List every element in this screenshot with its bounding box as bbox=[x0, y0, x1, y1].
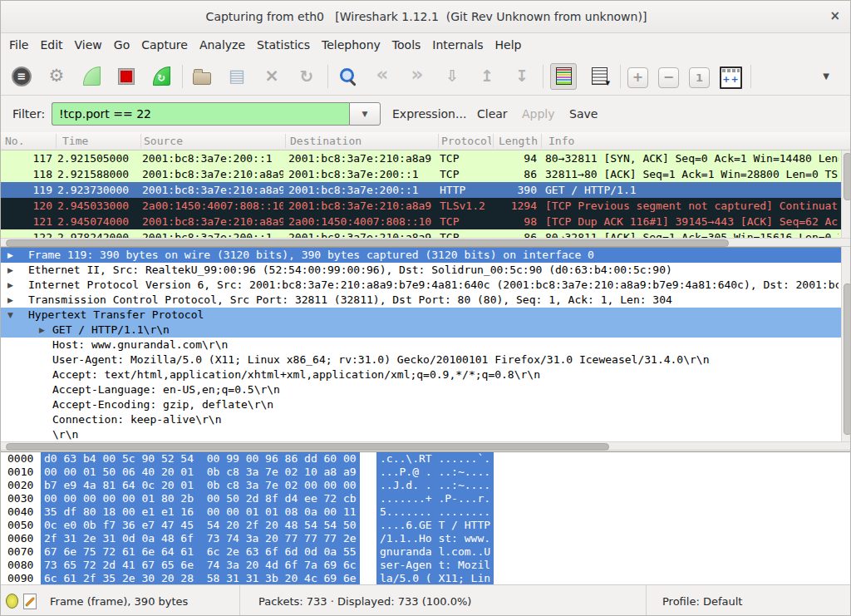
detail-row-0[interactable]: ▶Frame 119: 390 bytes on wire (3120 bits… bbox=[1, 248, 841, 263]
capture-options-icon[interactable]: ⚙ bbox=[44, 64, 69, 89]
open-capture-icon[interactable] bbox=[189, 64, 214, 89]
column-header-time[interactable]: Time bbox=[62, 132, 137, 150]
column-divider[interactable] bbox=[140, 134, 141, 148]
column-header-info[interactable]: Info bbox=[548, 132, 839, 150]
reload-icon[interactable]: ↻ bbox=[294, 64, 319, 89]
column-divider[interactable] bbox=[285, 134, 286, 148]
close-capture-icon[interactable]: × bbox=[259, 64, 284, 89]
packet-list-vscrollbar[interactable] bbox=[841, 150, 851, 238]
save-button[interactable]: Save bbox=[569, 96, 598, 132]
detail-row-12[interactable]: \r\n bbox=[1, 427, 841, 441]
clear-button[interactable]: Clear bbox=[477, 96, 508, 132]
menu-item-telephony[interactable]: Telephony bbox=[316, 38, 386, 52]
detail-row-7[interactable]: User-Agent: Mozilla/5.0 (X11; Linux x86_… bbox=[1, 352, 841, 367]
column-header-source[interactable]: Source bbox=[144, 132, 282, 150]
hex-row-0050[interactable]: 00500c e0 0b f7 36 e7 47 45 54 20 2f 20 … bbox=[1, 519, 851, 532]
triangle-right-icon[interactable]: ▶ bbox=[7, 278, 13, 293]
toolbar-overflow-icon[interactable]: ▼ bbox=[814, 64, 839, 89]
hex-row-0080[interactable]: 008073 65 72 2d 41 67 65 6e 74 3a 20 4d … bbox=[1, 559, 851, 572]
hex-row-0090[interactable]: 00906c 61 2f 35 2e 30 20 28 58 31 31 3b … bbox=[1, 572, 851, 584]
zoom-in-icon[interactable]: + bbox=[627, 67, 648, 88]
packet-row-119[interactable]: 1192.9237300002001:bc8:3a7e:210:a8a92001… bbox=[1, 182, 841, 198]
detail-row-10[interactable]: Accept-Encoding: gzip, deflate\r\n bbox=[1, 397, 841, 412]
column-header-no[interactable]: No. bbox=[5, 132, 52, 150]
hscroll-thumb[interactable] bbox=[6, 443, 609, 451]
hex-row-0020[interactable]: 0020b7 e9 4a 81 64 0c 20 01 0b c8 3a 7e … bbox=[1, 479, 851, 492]
packet-list-hscrollbar[interactable] bbox=[1, 238, 851, 247]
capture-start-icon[interactable] bbox=[79, 64, 104, 89]
menu-item-file[interactable]: File bbox=[3, 38, 34, 52]
detail-row-4[interactable]: ▼Hypertext Transfer Protocol bbox=[1, 308, 841, 323]
column-divider[interactable] bbox=[493, 134, 494, 148]
detail-text: Frame 119: 390 bytes on wire (3120 bits)… bbox=[28, 248, 839, 263]
window-close-icon[interactable]: × bbox=[829, 8, 840, 23]
hex-row-0060[interactable]: 00602f 31 2e 31 0d 0a 48 6f 73 74 3a 20 … bbox=[1, 532, 851, 545]
zoom-out-icon[interactable]: − bbox=[658, 67, 679, 88]
triangle-down-icon[interactable]: ▼ bbox=[7, 308, 13, 323]
column-header-length[interactable]: Length bbox=[499, 132, 538, 150]
detail-row-2[interactable]: ▶Internet Protocol Version 6, Src: 2001:… bbox=[1, 278, 841, 293]
filter-dropdown-button[interactable]: ▼ bbox=[349, 102, 381, 126]
packet-row-122[interactable]: 1222.9782420002001:bc8:3a7e:200::12001:b… bbox=[1, 229, 841, 238]
colorize-icon[interactable] bbox=[550, 63, 577, 90]
details-vscrollbar[interactable] bbox=[841, 247, 851, 441]
triangle-right-icon[interactable]: ▶ bbox=[7, 248, 13, 263]
detail-row-5[interactable]: ▶GET / HTTP/1.1\r\n bbox=[1, 323, 841, 338]
packet-row-121[interactable]: 1212.9450740002001:bc8:3a7e:210:a8a92a00… bbox=[1, 214, 841, 229]
column-divider[interactable] bbox=[438, 134, 439, 148]
filter-input[interactable] bbox=[52, 102, 349, 126]
menu-item-edit[interactable]: Edit bbox=[34, 38, 68, 52]
column-divider[interactable] bbox=[56, 134, 57, 148]
vscroll-thumb[interactable] bbox=[844, 283, 851, 435]
resize-columns-icon[interactable]: ++ bbox=[720, 67, 742, 89]
details-hscrollbar[interactable] bbox=[1, 441, 851, 451]
cell-destination: 2001:bc8:3a7e:200::1 bbox=[288, 182, 435, 198]
hex-row-0010[interactable]: 001000 00 01 50 06 40 20 01 0b c8 3a 7e … bbox=[1, 466, 851, 479]
detail-row-8[interactable]: Accept: text/html,application/xhtml+xml,… bbox=[1, 367, 841, 382]
packet-row-118[interactable]: 1182.9215880002001:bc8:3a7e:210:a8a92001… bbox=[1, 166, 841, 182]
menu-item-statistics[interactable]: Statistics bbox=[251, 38, 316, 52]
menu-item-tools[interactable]: Tools bbox=[386, 38, 427, 52]
menu-item-internals[interactable]: Internals bbox=[426, 38, 489, 52]
status-profile-text[interactable]: Profile: Default bbox=[662, 595, 742, 608]
triangle-right-icon[interactable]: ▶ bbox=[7, 263, 13, 278]
go-forward-icon[interactable]: » bbox=[405, 64, 430, 89]
capture-stop-icon[interactable] bbox=[114, 64, 139, 89]
menu-item-view[interactable]: View bbox=[69, 38, 108, 52]
vscroll-thumb[interactable] bbox=[844, 153, 851, 200]
hex-row-0000[interactable]: 0000d0 63 b4 00 5c 90 52 54 00 99 00 96 … bbox=[1, 452, 851, 466]
menu-item-capture[interactable]: Capture bbox=[135, 38, 194, 52]
capture-comment-icon[interactable] bbox=[23, 594, 37, 609]
go-to-packet-icon[interactable]: ⇩ bbox=[440, 64, 465, 89]
autoscroll-icon[interactable] bbox=[587, 64, 612, 89]
hex-row-0030[interactable]: 003000 00 00 00 00 01 80 2b 00 50 2d 8f … bbox=[1, 492, 851, 505]
expression-button[interactable]: Expression... bbox=[392, 96, 466, 132]
interfaces-icon[interactable]: ≡ bbox=[9, 64, 34, 89]
hex-row-0070[interactable]: 007067 6e 75 72 61 6e 64 61 6c 2e 63 6f … bbox=[1, 545, 851, 559]
go-back-icon[interactable]: « bbox=[370, 64, 395, 89]
column-header-protocol[interactable]: Protocol bbox=[441, 132, 491, 150]
expert-info-icon[interactable] bbox=[6, 594, 18, 609]
menu-item-go[interactable]: Go bbox=[108, 38, 135, 52]
packet-row-117[interactable]: 1172.9215050002001:bc8:3a7e:200::12001:b… bbox=[1, 150, 841, 166]
detail-row-3[interactable]: ▶Transmission Control Protocol, Src Port… bbox=[1, 293, 841, 308]
menu-item-analyze[interactable]: Analyze bbox=[194, 38, 251, 52]
detail-row-11[interactable]: Connection: keep-alive\r\n bbox=[1, 412, 841, 427]
hscroll-thumb[interactable] bbox=[6, 239, 729, 247]
find-packet-icon[interactable] bbox=[335, 64, 360, 89]
go-last-packet-icon[interactable]: ↧ bbox=[509, 64, 534, 89]
save-capture-icon[interactable]: ▤ bbox=[224, 64, 249, 89]
go-first-packet-icon[interactable]: ↥ bbox=[475, 64, 499, 89]
column-divider[interactable] bbox=[541, 134, 542, 148]
zoom-100-icon[interactable]: 1 bbox=[689, 67, 710, 88]
capture-restart-icon[interactable]: ↻ bbox=[149, 64, 174, 89]
triangle-right-icon[interactable]: ▶ bbox=[39, 323, 45, 338]
menu-item-help[interactable]: Help bbox=[489, 38, 528, 52]
detail-row-1[interactable]: ▶Ethernet II, Src: RealtekU_99:00:96 (52… bbox=[1, 263, 841, 278]
hex-row-0040[interactable]: 004035 df 80 18 00 e1 e1 16 00 00 01 01 … bbox=[1, 505, 851, 519]
packet-row-120[interactable]: 1202.9450330002a00:1450:4007:808::102001… bbox=[1, 198, 841, 214]
triangle-right-icon[interactable]: ▶ bbox=[7, 293, 13, 308]
column-header-destination[interactable]: Destination bbox=[290, 132, 433, 150]
detail-row-9[interactable]: Accept-Language: en-US,en;q=0.5\r\n bbox=[1, 382, 841, 397]
detail-row-6[interactable]: Host: www.gnurandal.com\r\n bbox=[1, 338, 841, 352]
